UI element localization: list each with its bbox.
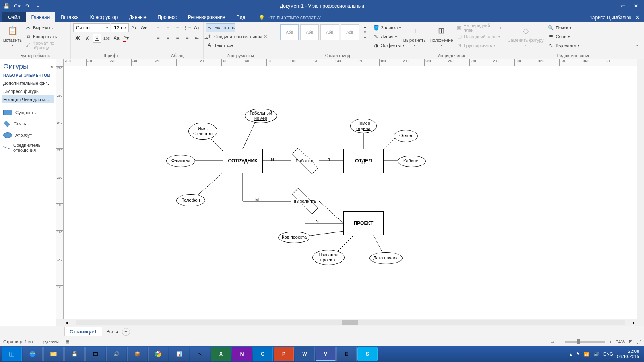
taskbar-chrome[interactable]: [148, 347, 168, 361]
tray-flag-icon[interactable]: ⚑: [576, 352, 580, 357]
zoom-slider[interactable]: [565, 341, 605, 343]
connector-tool-button[interactable]: ⤴Соединительная линия✕: [206, 32, 267, 41]
scroll-right-icon[interactable]: ▸: [631, 320, 637, 325]
shape-relation[interactable]: Связь: [2, 118, 54, 130]
taskbar-outlook[interactable]: O: [253, 347, 273, 361]
rectangle-tool-icon[interactable]: ▭▾: [227, 43, 233, 48]
pointer-tool-button[interactable]: ↖Указатель: [206, 23, 235, 32]
taskbar-word[interactable]: W: [295, 347, 315, 361]
tell-me-search[interactable]: 💡 Что вы хотите сделать?: [259, 15, 321, 22]
user-name[interactable]: Лариса Цымбалюк: [589, 15, 635, 22]
redo-icon[interactable]: ↷: [24, 3, 31, 9]
scroll-left-icon[interactable]: ◂: [64, 320, 69, 325]
tray-network-icon[interactable]: 📶: [584, 352, 590, 357]
save-icon[interactable]: 💾: [3, 3, 10, 9]
styles-more[interactable]: ▾: [361, 35, 369, 41]
tab-review[interactable]: Рецензирование: [182, 12, 231, 22]
taskbar-app2[interactable]: 🗔: [85, 347, 105, 361]
horizontal-ruler[interactable]: -100-80-60-40-20020406080100120140160180…: [64, 59, 637, 66]
attr-dept[interactable]: Отдел: [394, 130, 418, 142]
vertical-ruler[interactable]: 280260240220200180160140120: [56, 66, 64, 319]
line-button[interactable]: ✎Линия▾: [373, 32, 404, 41]
align-right-button[interactable]: ≡: [173, 34, 182, 43]
horizontal-scrollbar[interactable]: ◂ ▸: [64, 319, 637, 326]
attr-tab-number[interactable]: Табельный номер: [245, 109, 277, 123]
collapse-shapes-icon[interactable]: ◂: [50, 64, 53, 69]
styles-scroll-up[interactable]: ▲: [361, 24, 369, 29]
relation-perform[interactable]: выполнять: [291, 193, 319, 209]
tab-data[interactable]: Данные: [123, 12, 152, 22]
justify-button[interactable]: ≡: [183, 34, 192, 43]
taskbar-app1[interactable]: 💾: [64, 347, 85, 361]
styles-scroll-down[interactable]: ▼: [361, 29, 369, 35]
bold-button[interactable]: Ж: [73, 34, 82, 43]
shape-style-2[interactable]: Абв: [300, 24, 319, 40]
fullscreen-icon[interactable]: ⛶: [636, 339, 641, 344]
zoom-in-button[interactable]: +: [609, 339, 612, 344]
tab-insert[interactable]: Вставка: [55, 12, 85, 22]
shrink-font-button[interactable]: A▾: [139, 23, 148, 32]
drawing-canvas[interactable]: СОТРУДНИК ОТДЕЛ ПРОЕКТ Работать выполнят…: [64, 66, 637, 319]
stencil-chen[interactable]: Нотация Чена для м...: [2, 95, 54, 103]
strike-button[interactable]: abc: [102, 34, 111, 43]
shape-style-3[interactable]: Абв: [320, 24, 339, 40]
status-language[interactable]: русский: [43, 339, 58, 344]
tray-language[interactable]: ENG: [603, 352, 613, 356]
align-top-button[interactable]: ≡: [154, 23, 163, 32]
copy-button[interactable]: ⧉Копировать: [25, 32, 68, 41]
taskbar-skype[interactable]: S: [357, 347, 378, 361]
italic-button[interactable]: К: [83, 34, 92, 43]
underline-button[interactable]: Ч: [93, 34, 101, 43]
align-button[interactable]: ⫞Выровнять▾: [402, 23, 427, 48]
taskbar-explorer[interactable]: [43, 347, 64, 361]
cut-button[interactable]: ✂Вырезать: [25, 23, 68, 32]
taskbar-visio[interactable]: V: [316, 347, 336, 361]
tray-up-icon[interactable]: ▴: [570, 352, 572, 357]
change-shape-button[interactable]: ◇Заменить фигуру▾: [506, 23, 545, 48]
delete-connector-icon[interactable]: ✕: [264, 34, 267, 39]
taskbar-excel[interactable]: X: [211, 347, 231, 361]
macro-record-icon[interactable]: ▦: [65, 339, 69, 344]
attr-cabinet[interactable]: Кабинет: [398, 156, 426, 167]
fit-page-icon[interactable]: ⊡: [629, 339, 632, 344]
format-painter-button[interactable]: 🖌Формат по образцу: [25, 41, 68, 50]
select-button[interactable]: ↖Выделить▾: [548, 41, 580, 50]
collapse-ribbon-button[interactable]: ˇ: [632, 43, 641, 52]
presentation-mode-icon[interactable]: ▭: [550, 339, 554, 344]
group-button[interactable]: ⊡Группировать▾: [456, 41, 501, 50]
maximize-button[interactable]: ▭: [617, 2, 629, 10]
entity-project[interactable]: ПРОЕКТ: [343, 211, 384, 235]
paste-button[interactable]: 📋 Вставить ▾: [2, 23, 23, 48]
change-case-button[interactable]: Aa: [112, 34, 121, 43]
taskbar-app5[interactable]: 🖥: [336, 347, 357, 361]
font-size-combo[interactable]: 12пт: [111, 23, 129, 32]
grow-font-button[interactable]: A▴: [130, 23, 138, 32]
send-back-button[interactable]: ▢На задний план▾: [456, 32, 501, 41]
attr-project-name[interactable]: Название проекта: [312, 250, 345, 265]
align-middle-button[interactable]: ≡: [163, 23, 172, 32]
tab-process[interactable]: Процесс: [152, 12, 182, 22]
decrease-indent-button[interactable]: ⇤: [192, 34, 201, 43]
attr-surname[interactable]: Фамилия: [166, 155, 195, 167]
align-left-button[interactable]: ≡: [154, 34, 163, 43]
vertical-scrollbar[interactable]: [637, 66, 644, 319]
find-button[interactable]: 🔍Поиск▾: [548, 23, 580, 32]
position-button[interactable]: ⊞Положение▾: [429, 23, 454, 48]
qat-customize-icon[interactable]: ▾: [35, 3, 41, 9]
text-direction-button[interactable]: A↕: [192, 23, 201, 32]
tray-volume-icon[interactable]: 🔊: [594, 352, 599, 357]
page-tab-all[interactable]: Все▴: [106, 329, 118, 335]
align-bottom-button[interactable]: ≡: [173, 23, 182, 32]
relation-work[interactable]: Работать: [291, 153, 319, 169]
taskbar-powerpoint[interactable]: P: [274, 347, 294, 361]
stencil-more[interactable]: Дополнительные фиг...: [2, 79, 54, 87]
fill-button[interactable]: 🪣Заливка▾: [373, 23, 404, 32]
zoom-level[interactable]: 74%: [616, 339, 625, 344]
bring-front-button[interactable]: ▣На передний план▾: [456, 23, 501, 32]
tab-view[interactable]: Вид: [231, 12, 251, 22]
entity-employee[interactable]: СОТРУДНИК: [223, 149, 263, 173]
shape-entity[interactable]: Сущность: [2, 107, 54, 118]
shape-connector[interactable]: Соединитель отношения: [2, 140, 54, 155]
shape-style-4[interactable]: Абв: [341, 24, 359, 40]
undo-icon[interactable]: ↶▾: [14, 3, 20, 9]
